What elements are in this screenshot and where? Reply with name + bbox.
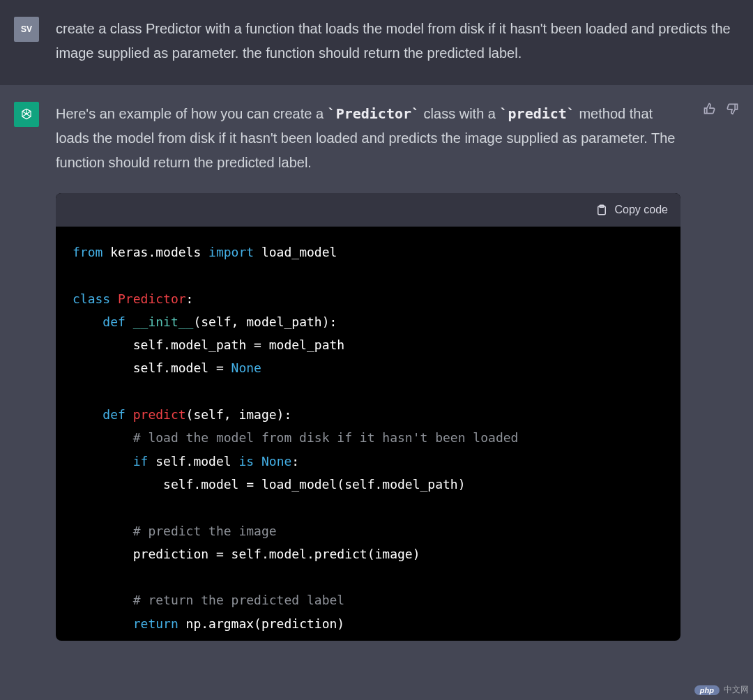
code-text: self.model = [133, 360, 231, 375]
text: class with a [420, 106, 499, 121]
kw-class: class [73, 291, 110, 306]
kw-none: None [231, 360, 261, 375]
fn-name: predict [133, 407, 186, 422]
thumbs-down-icon [725, 102, 739, 116]
feedback-buttons [703, 102, 739, 641]
kw-def: def [102, 314, 126, 329]
code-comment: # load the model from disk if it hasn't … [133, 430, 519, 445]
assistant-turn: Here's an example of how you can create … [0, 85, 753, 660]
code-text: prediction = self.model.predict(image) [133, 547, 420, 561]
user-message: create a class Predictor with a function… [56, 17, 739, 66]
code-block-header: Copy code [56, 193, 680, 227]
code-text: : [186, 291, 194, 306]
inline-code-predictor: `Predictor` [328, 105, 420, 122]
kw-none: None [261, 454, 291, 469]
code-text: (self, model_path): [193, 314, 337, 329]
code-text: (self, image): [186, 407, 292, 422]
thumbs-down-button[interactable] [725, 102, 739, 641]
code-text: load_model [254, 245, 337, 259]
kw-def: def [102, 407, 126, 422]
text: Here's an example of how you can create … [56, 106, 328, 121]
fn-init: __init__ [133, 314, 194, 329]
copy-code-button[interactable]: Copy code [615, 200, 669, 220]
assistant-intro-paragraph: Here's an example of how you can create … [56, 102, 680, 175]
code-text: self.model_path = model_path [133, 337, 344, 352]
code-text [254, 454, 261, 469]
kw-return: return [133, 616, 178, 631]
code-text: : [291, 454, 299, 469]
kw-from: from [73, 245, 102, 259]
assistant-message: Here's an example of how you can create … [56, 102, 680, 641]
inline-code-predict: `predict` [500, 105, 575, 122]
code-block: Copy code from keras.models import load_… [56, 193, 680, 641]
code-text: np.argmax(prediction) [178, 616, 344, 631]
thumbs-up-button[interactable] [703, 102, 717, 641]
assistant-avatar [14, 102, 39, 127]
code-text: keras.models [102, 245, 208, 259]
code-text: self.model [148, 454, 238, 469]
kw-import: import [208, 245, 254, 259]
code-comment: # return the predicted label [133, 593, 344, 607]
clipboard-icon [595, 204, 608, 216]
code-comment: # predict the image [133, 524, 277, 538]
class-name: Predictor [118, 291, 186, 306]
user-turn: SV create a class Predictor with a funct… [0, 0, 753, 85]
openai-logo-icon [19, 107, 34, 122]
user-avatar: SV [14, 17, 39, 42]
code-text: self.model = load_model(self.model_path) [163, 477, 465, 492]
kw-is: is [238, 454, 254, 469]
kw-if: if [133, 454, 149, 469]
thumbs-up-icon [703, 102, 717, 116]
code-content: from keras.models import load_model clas… [56, 227, 680, 641]
